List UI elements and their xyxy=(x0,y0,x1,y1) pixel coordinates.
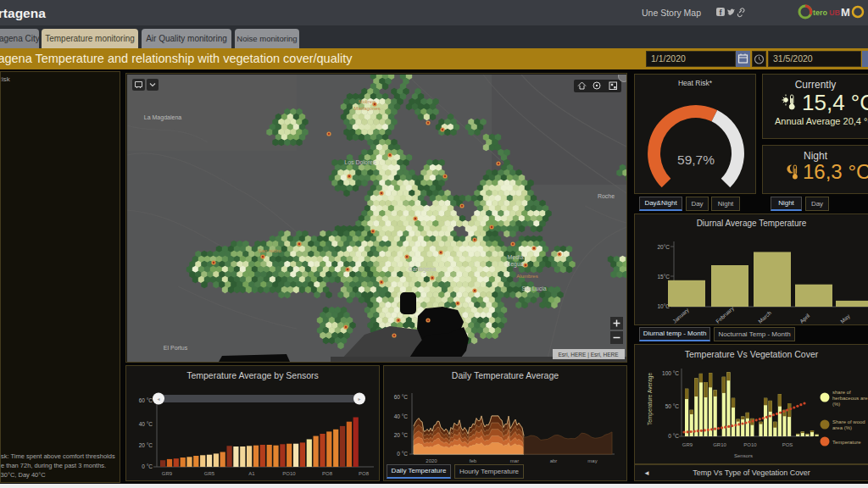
svg-text:40 °C: 40 °C xyxy=(139,421,153,427)
svg-text:40 °C: 40 °C xyxy=(394,413,409,419)
svg-text:La Magdalena: La Magdalena xyxy=(144,114,181,121)
svg-text:herbaceous are: herbaceous are xyxy=(832,396,868,401)
svg-text:UB: UB xyxy=(829,8,840,17)
svg-text:Sensors: Sensors xyxy=(734,453,753,458)
svg-text:M: M xyxy=(841,6,850,19)
svg-text:0 °C: 0 °C xyxy=(668,433,679,439)
svg-text:GR9: GR9 xyxy=(162,471,173,476)
svg-text:0 °C: 0 °C xyxy=(397,451,408,457)
svg-text:20 °C: 20 °C xyxy=(394,432,409,438)
svg-text:Sta Lucia: Sta Lucia xyxy=(521,286,546,291)
svg-text:15°C: 15°C xyxy=(657,274,670,280)
svg-text:20 °C: 20 °C xyxy=(139,442,153,448)
svg-text:Share of wood: Share of wood xyxy=(832,419,865,424)
svg-text:PO10: PO10 xyxy=(282,471,296,476)
svg-text:PO8: PO8 xyxy=(359,471,370,476)
svg-text:(%): (%) xyxy=(832,402,840,407)
svg-text:GR10: GR10 xyxy=(713,442,726,447)
svg-text:share of: share of xyxy=(832,390,851,395)
svg-text:Molinos: Molinos xyxy=(359,99,376,104)
svg-text:Temperature Average: Temperature Average xyxy=(647,373,654,425)
svg-text:◂: ◂ xyxy=(157,396,159,402)
svg-text:may: may xyxy=(587,458,597,463)
svg-text:100 °C: 100 °C xyxy=(662,370,679,376)
svg-text:A1: A1 xyxy=(248,471,255,476)
svg-text:area (%): area (%) xyxy=(832,425,852,430)
svg-text:2020: 2020 xyxy=(426,458,437,463)
svg-text:Media: Media xyxy=(507,254,523,260)
svg-text:PO10: PO10 xyxy=(743,442,757,447)
svg-text:February: February xyxy=(715,305,736,325)
svg-text:May: May xyxy=(839,313,852,325)
svg-text:Alumbres: Alumbres xyxy=(516,274,537,279)
svg-text:POS: POS xyxy=(782,442,793,447)
svg-text:April: April xyxy=(798,312,811,324)
svg-text:March: March xyxy=(757,309,772,324)
svg-text:Los Dolores: Los Dolores xyxy=(344,159,376,165)
svg-text:San Isidro: San Isidro xyxy=(258,248,281,253)
svg-text:GR5: GR5 xyxy=(204,471,215,476)
svg-text:20°C: 20°C xyxy=(657,244,670,250)
svg-text:0 °C: 0 °C xyxy=(142,463,153,469)
svg-text:mar: mar xyxy=(510,458,519,463)
svg-text:GR9: GR9 xyxy=(682,442,693,447)
svg-text:Roche: Roche xyxy=(598,193,615,199)
svg-text:January: January xyxy=(671,307,691,325)
svg-text:Temperature: Temperature xyxy=(832,440,861,445)
svg-text:El Portus: El Portus xyxy=(164,345,188,351)
svg-text:Legua: Legua xyxy=(507,261,524,268)
svg-text:Cartagena: Cartagena xyxy=(409,266,437,273)
svg-text:60 °C: 60 °C xyxy=(394,394,409,400)
svg-text:abr: abr xyxy=(550,458,558,463)
svg-text:59,7%: 59,7% xyxy=(677,152,715,167)
svg-text:tero: tero xyxy=(813,8,828,17)
svg-text:50 °C: 50 °C xyxy=(665,403,680,409)
svg-text:Marfagones: Marfagones xyxy=(353,106,381,111)
svg-text:PO8: PO8 xyxy=(322,471,333,476)
svg-text:Esri, HERE | Esri, HERE: Esri, HERE | Esri, HERE xyxy=(558,352,619,358)
svg-text:60 °C: 60 °C xyxy=(139,397,153,403)
svg-text:feb: feb xyxy=(470,458,477,463)
svg-text:▸: ▸ xyxy=(358,396,360,402)
